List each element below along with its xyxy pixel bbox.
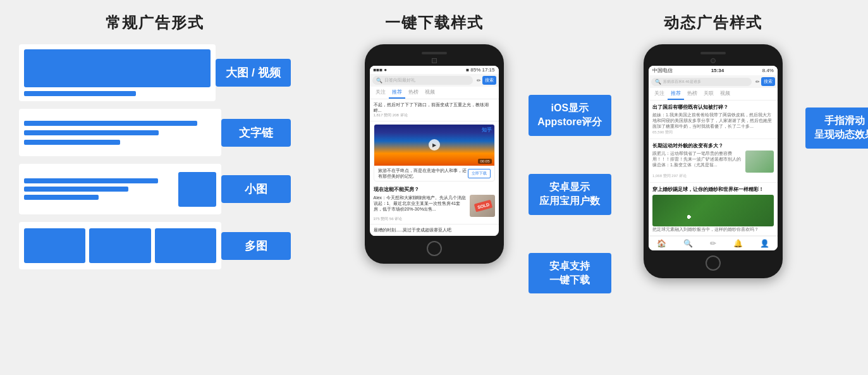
text-bar-2: [24, 130, 159, 135]
multi-image-block-1: [24, 228, 85, 263]
phone-camera: [432, 58, 437, 63]
feed1-title: 出了国后有哪些既有认知被打碎？: [652, 104, 774, 111]
phone-status-bar: ■■■ ● ■ 85% 17:15: [370, 66, 499, 74]
big-image-block: [24, 49, 211, 87]
small-image-text: [24, 178, 173, 200]
search-button[interactable]: 搜索: [482, 76, 496, 85]
ad-brand-logo: 知乎: [482, 126, 492, 133]
right-search-icon: 🔍: [655, 79, 661, 85]
phone-camera-area: [370, 58, 499, 63]
bottom-explore-icon[interactable]: 🔍: [683, 239, 693, 248]
feed2-thumbnail: [745, 151, 774, 173]
ad-format-multi-image: 多图: [19, 222, 291, 269]
multi-image-block-2: [89, 228, 150, 263]
play-button[interactable]: ▶: [429, 139, 440, 151]
right-tab-rebang[interactable]: 热榜: [684, 88, 700, 100]
middle-phone-container: ■■■ ● ■ 85% 17:15 🔍 日签向阳最好礼 ✏ 搜索: [365, 44, 504, 264]
right-search-box[interactable]: 🔍 苏炳添百米8.46是谁多: [651, 78, 752, 86]
right-bottom-bar: 🏠 🔍 ✏ 🔔 👤: [649, 236, 778, 250]
article2-content: Alex：今天想和大家聊聊房地产。先从几个消息说起：1、最近北京业主某某一次性售…: [374, 195, 495, 217]
feed2-body: 跟肥儿：运动帮我省了一笔昂贵的整容费用！！！排雷！先来一波广铲述装都市别人的缘总…: [652, 151, 743, 168]
text-bar-1: [24, 121, 197, 126]
left-section: 常规广告形式 大图 / 视频 文字链: [19, 13, 291, 362]
right-phone-tabs: 关注 推荐 热榜 关联 视频: [649, 88, 778, 101]
edit-icon: ✏: [477, 78, 481, 83]
tab-rebang[interactable]: 热榜: [405, 87, 422, 99]
phone-search-box[interactable]: 🔍 日签向阳最好礼: [372, 76, 473, 85]
phone-nav-bar: 🔍 日签向阳最好礼 ✏ 搜索: [370, 74, 499, 87]
ad-format-small-image: 小图: [19, 164, 291, 214]
left-section-title: 常规广告形式: [106, 13, 204, 33]
right-feed-2: 长期运动对外貌的改变有多大？ 跟肥儿：运动帮我省了一笔昂贵的整容费用！！！排雷！…: [649, 139, 778, 183]
article2-title: 现在这能不能买房？: [374, 187, 495, 193]
middle-section: 一键下载样式 ■■■ ● ■ 85% 17:15: [303, 13, 565, 362]
right-section: 动态广告样式 中国电信 15:34 8.4%: [577, 13, 849, 362]
text-bar-3: [24, 140, 120, 145]
feed1-meta: 65,590 赞同: [652, 130, 774, 135]
phone-tabs: 关注 推荐 热榜 视频: [370, 87, 499, 99]
video-time: 00:05: [478, 159, 491, 164]
right-carrier: 中国电信: [652, 67, 673, 74]
sold-badge: SOLD: [474, 199, 493, 212]
middle-section-title: 一键下载样式: [385, 13, 484, 33]
right-tab-shipin[interactable]: 视频: [717, 88, 733, 100]
phone-article-3: 最糟的时刻......莫过于变成超级赛亚人吧: [370, 224, 499, 236]
right-search-button[interactable]: 搜索: [761, 77, 775, 86]
feed2-meta: 1,068 赞同 297 评论: [652, 173, 774, 179]
phone-screen: ■■■ ● ■ 85% 17:15 🔍 日签向阳最好礼 ✏ 搜索: [370, 66, 499, 236]
phone-home-button[interactable]: [427, 241, 442, 256]
status-right: ■ 85% 17:15: [466, 67, 494, 73]
right-tab-tuijian[interactable]: 推荐: [668, 88, 684, 100]
tab-tuijian[interactable]: 推荐: [389, 87, 405, 99]
tab-shipin[interactable]: 视频: [422, 87, 438, 99]
phone-speaker: [422, 52, 447, 54]
right-tab-guanlian[interactable]: 关联: [700, 88, 717, 100]
right-edit-icon: ✏: [755, 79, 760, 85]
phone-article-1: 不起，然后对了下了下路口，前面变成了五重之光，教练湖畔... 1,817 赞同 …: [370, 99, 499, 121]
multi-image-block-3: [155, 228, 216, 263]
article2-text: Alex：今天想和大家聊聊房地产。先从几个消息说起：1、最近北京业主某某一次性售…: [374, 195, 467, 212]
feed2-title: 长期运动对外貌的改变有多大？: [652, 142, 774, 149]
right-phone-label: 手指滑动 呈现动态效果: [805, 108, 868, 149]
bottom-create-icon[interactable]: ✏: [710, 239, 716, 248]
article1-meta: 1,817 赞同 208 评论: [374, 113, 495, 118]
search-icon: 🔍: [376, 78, 382, 83]
tab-guanzhu[interactable]: 关注: [372, 87, 389, 99]
phone-ad-info: 旅游不在乎终点，而是在意途中的人和事，还有那些美好的记忆 立即下载: [374, 166, 494, 181]
feed2-content: 跟肥儿：运动帮我省了一笔昂贵的整容费用！！！排雷！先来一波广铲述装都市别人的缘总…: [652, 151, 774, 173]
bottom-home-icon[interactable]: 🏠: [657, 239, 666, 248]
right-phone-speaker: [700, 52, 726, 54]
dynamic-ad-label: 手指滑动 呈现动态效果: [805, 108, 868, 149]
right-time: 15:34: [711, 68, 724, 73]
right-status-bar: 中国电信 15:34 8.4%: [649, 66, 778, 75]
ad-video-image: 知乎 ▶ 00:05: [374, 125, 494, 166]
small-image-block: [178, 172, 216, 207]
right-feed-3: 穿上婚纱踢足球，让你的婚纱和世界杯一样精彩！ 把足球元素融入到婚纱服当中，这样的…: [649, 183, 778, 236]
feed1-body: 姐妹：1.我来美国之前爸爸给我带了两袋铁皮糕，然后我大方地和同寝的美国朋友多享分…: [652, 112, 774, 129]
right-nav-bar: 🔍 苏炳添百米8.46是谁多 ✏ 搜索: [649, 75, 778, 88]
search-text: 日签向阳最好礼: [384, 77, 415, 83]
ad-text: 旅游不在乎终点，而是在意途中的人和事，还有那些美好的记忆: [378, 168, 468, 179]
right-phone-home-button[interactable]: [706, 255, 721, 271]
right-tab-guanzhu[interactable]: 关注: [651, 88, 668, 100]
right-search-text: 苏炳添百米8.46是谁多: [663, 79, 701, 85]
page-wrapper: 常规广告形式 大图 / 视频 文字链: [0, 0, 868, 375]
multi-image-visual: [19, 222, 221, 269]
small-text-bar-1: [24, 178, 158, 183]
multi-image-label: 多图: [221, 232, 291, 260]
feed3-image: [652, 195, 774, 226]
right-phone-screen: 中国电信 15:34 8.4% 🔍 苏炳添百米8.46是谁多 ✏ 搜索: [649, 66, 778, 250]
right-feed-1: 出了国后有哪些既有认知被打碎？ 姐妹：1.我来美国之前爸爸给我带了两袋铁皮糕，然…: [649, 101, 778, 139]
sold-image: SOLD: [470, 195, 495, 217]
right-section-title: 动态广告样式: [664, 13, 762, 33]
download-button[interactable]: 立即下载: [468, 169, 491, 178]
article1-text: 不起，然后对了下了下路口，前面变成了五重之光，教练湖畔...: [374, 102, 495, 113]
bottom-profile-icon[interactable]: 👤: [760, 239, 769, 248]
right-phone-container: 中国电信 15:34 8.4% 🔍 苏炳添百米8.46是谁多 ✏ 搜索: [644, 44, 783, 278]
feed3-title: 穿上婚纱踢足球，让你的婚纱和世界杯一样精彩！: [652, 186, 774, 193]
signal-icons: ■■■ ●: [374, 67, 388, 73]
right-camera: [711, 58, 716, 63]
bottom-notify-icon[interactable]: 🔔: [733, 239, 743, 248]
right-battery: 8.4%: [762, 68, 774, 73]
small-text-bar-2: [24, 187, 128, 192]
